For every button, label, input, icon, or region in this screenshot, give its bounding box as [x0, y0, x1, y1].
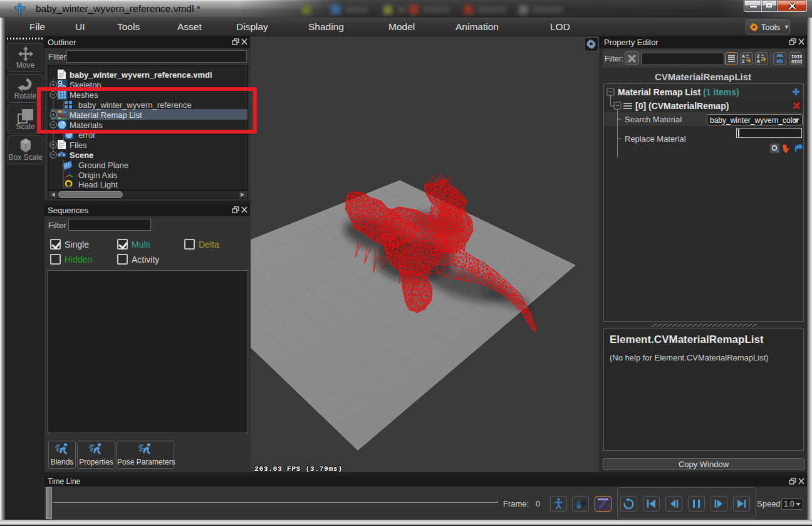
svg-text:Z: Z: [757, 54, 760, 58]
svg-text:Z: Z: [742, 59, 745, 63]
svg-text:A: A: [742, 54, 745, 58]
svg-text:IOIO: IOIO: [791, 55, 802, 60]
svg-text:[0] (CVMaterialRemap): [0] (CVMaterialRemap): [635, 101, 729, 111]
svg-text:Search Material: Search Material: [625, 115, 682, 124]
svg-text:Ground Plane: Ground Plane: [78, 160, 128, 170]
svg-text:A: A: [757, 59, 760, 63]
svg-text:Scene: Scene: [70, 150, 93, 160]
svg-text:Origin Axis: Origin Axis: [78, 171, 118, 180]
svg-text:baby_winter_wyvern_reference.v: baby_winter_wyvern_reference.vmdl: [70, 70, 212, 80]
svg-text:Replace Material: Replace Material: [625, 134, 686, 144]
svg-text:Files: Files: [70, 140, 87, 150]
svg-text:Head Light: Head Light: [78, 180, 118, 189]
svg-text:Material Remap List (1 items): Material Remap List (1 items): [618, 87, 739, 97]
svg-text:OIOI: OIOI: [791, 60, 802, 65]
